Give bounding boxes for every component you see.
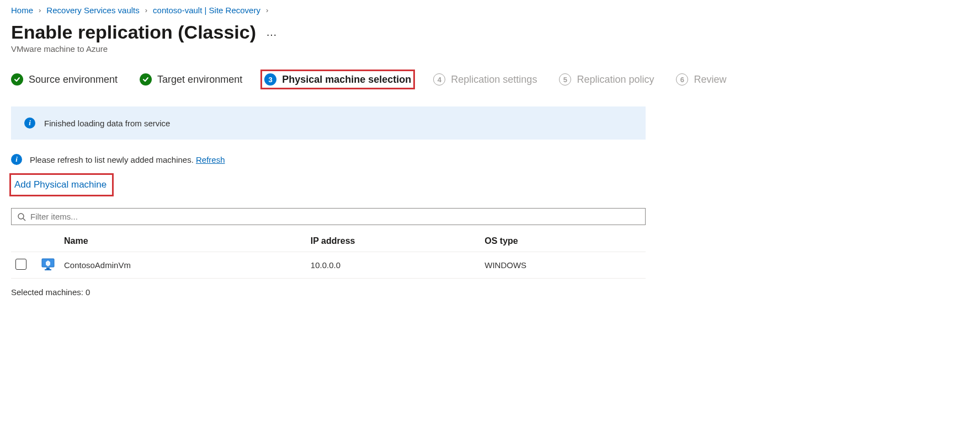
chevron-right-icon: › xyxy=(266,6,268,14)
info-icon: i xyxy=(11,154,22,165)
filter-input[interactable] xyxy=(30,212,640,221)
breadcrumb-home[interactable]: Home xyxy=(11,6,33,15)
more-actions-button[interactable]: … xyxy=(266,26,277,39)
breadcrumb-vaults[interactable]: Recovery Services vaults xyxy=(46,6,139,15)
col-ip-header: IP address xyxy=(306,231,480,252)
chevron-right-icon: › xyxy=(39,6,41,14)
selected-value: 0 xyxy=(86,287,90,297)
page-subtitle: VMware machine to Azure xyxy=(11,44,969,54)
chevron-right-icon: › xyxy=(145,6,147,14)
step-number-badge: 5 xyxy=(559,73,571,86)
step-label: Source environment xyxy=(29,74,118,86)
monitor-icon xyxy=(41,258,55,271)
step-label: Review xyxy=(694,74,726,86)
step-number-badge: 3 xyxy=(264,73,276,86)
refresh-hint: i Please refresh to list newly added mac… xyxy=(11,154,969,165)
step-4[interactable]: 4Replication settings xyxy=(433,73,537,86)
step-number-badge: 6 xyxy=(676,73,688,86)
cell-ip: 10.0.0.0 xyxy=(306,252,480,279)
check-icon xyxy=(11,73,23,86)
breadcrumb-vault[interactable]: contoso-vault | Site Recovery xyxy=(153,6,260,15)
machines-tbody: ContosoAdminVm10.0.0.0WINDOWS xyxy=(11,252,646,279)
col-os-header: OS type xyxy=(480,231,646,252)
refresh-hint-text: Please refresh to list newly added machi… xyxy=(30,155,225,164)
step-5[interactable]: 5Replication policy xyxy=(559,73,654,86)
col-name-header: Name xyxy=(60,231,306,252)
info-banner: i Finished loading data from service xyxy=(11,106,646,140)
info-banner-text: Finished loading data from service xyxy=(44,119,170,128)
page-title: Enable replication (Classic) xyxy=(11,22,256,43)
selected-count: Selected machines: 0 xyxy=(11,287,969,297)
selected-label: Selected machines: xyxy=(11,287,86,297)
cell-os: WINDOWS xyxy=(480,252,646,279)
step-label: Replication settings xyxy=(451,74,537,86)
check-icon xyxy=(140,73,152,86)
cell-name: ContosoAdminVm xyxy=(60,252,306,279)
step-3[interactable]: 3Physical machine selection xyxy=(264,73,411,86)
info-icon: i xyxy=(24,118,35,129)
refresh-hint-label: Please refresh to list newly added machi… xyxy=(30,155,196,164)
table-row[interactable]: ContosoAdminVm10.0.0.0WINDOWS xyxy=(11,252,646,279)
filter-box[interactable] xyxy=(11,208,646,225)
step-label: Replication policy xyxy=(577,74,654,86)
step-2[interactable]: Target environment xyxy=(140,73,242,86)
step-1[interactable]: Source environment xyxy=(11,73,118,86)
row-checkbox[interactable] xyxy=(15,259,26,270)
add-physical-machine-link[interactable]: Add Physical machine xyxy=(14,179,106,190)
svg-rect-4 xyxy=(45,269,51,270)
search-icon xyxy=(17,212,26,221)
step-number-badge: 4 xyxy=(433,73,445,86)
refresh-link[interactable]: Refresh xyxy=(196,155,225,164)
add-physical-machine-highlight: Add Physical machine xyxy=(11,175,112,195)
svg-point-0 xyxy=(18,214,24,219)
step-label: Physical machine selection xyxy=(282,74,411,86)
step-6[interactable]: 6Review xyxy=(676,73,726,86)
step-label: Target environment xyxy=(157,74,242,86)
svg-line-1 xyxy=(23,218,25,221)
svg-rect-3 xyxy=(46,268,50,269)
machines-table: Name IP address OS type ContosoAdminVm10… xyxy=(11,231,646,279)
breadcrumb: Home › Recovery Services vaults › contos… xyxy=(11,6,969,15)
wizard-stepper: Source environmentTarget environment3Phy… xyxy=(11,73,969,86)
